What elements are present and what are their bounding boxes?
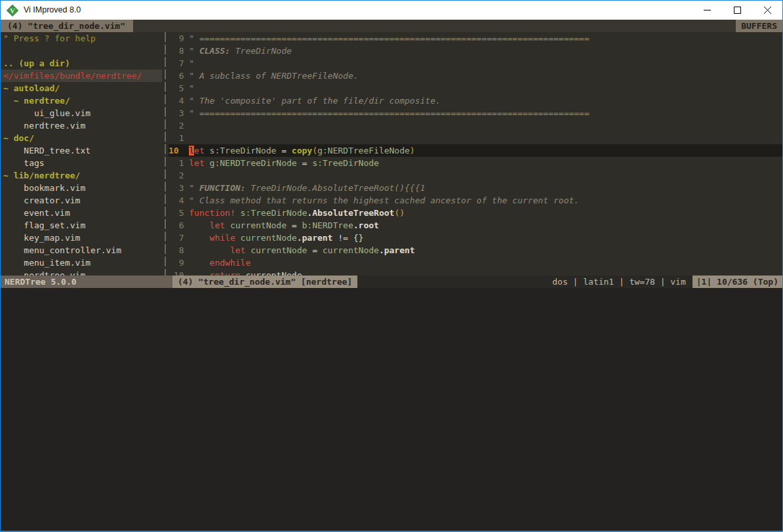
- tree-file-item[interactable]: menu_item.vim: [1, 256, 162, 269]
- vim-window: V Vi IMproved 8.0 (4) "tree_dir_node.vim…: [0, 0, 783, 532]
- tree-file-item[interactable]: flag_set.vim: [1, 219, 162, 232]
- code-text: " The 'composite' part of the file/dir c…: [189, 94, 441, 107]
- code-line[interactable]: 9 endwhile: [169, 256, 782, 269]
- line-number: 4: [169, 194, 184, 207]
- tree-file-item[interactable]: NERD_tree.txt: [1, 144, 162, 157]
- tree-root-path[interactable]: </vimfiles/bundle/nerdtree/: [1, 70, 162, 82]
- code-text: function! s:TreeDirNode.AbsoluteTreeRoot…: [189, 207, 405, 219]
- window-title: Vi IMproved 8.0: [24, 1, 81, 20]
- line-number: 3: [169, 182, 184, 194]
- code-text: " A subclass of NERDTreeFileNode.: [189, 70, 358, 82]
- code-text: " CLASS: TreeDirNode: [189, 45, 292, 57]
- file-badge: (4) "tree_dir_node.vim" [nerdtree]: [172, 276, 357, 288]
- code-text: " ======================================…: [189, 107, 589, 119]
- line-number: 1: [169, 157, 184, 169]
- line-number: 7: [169, 57, 184, 70]
- code-text: " FUNCTION: TreeDirNode.AbsoluteTreeRoot…: [189, 182, 425, 194]
- code-text: let g:NERDTreeDirNode = s:TreeDirNode: [189, 157, 379, 169]
- tree-help-line: " Press ? for help: [1, 32, 162, 45]
- main-area: " Press ? for help .. (up a dir)</vimfil…: [1, 32, 782, 276]
- editor-panel[interactable]: 9" =====================================…: [169, 32, 782, 276]
- line-number: 6: [169, 219, 184, 232]
- maximize-button[interactable]: [722, 1, 752, 20]
- tab-tree-dir-node[interactable]: (4) "tree_dir_node.vim": [1, 20, 133, 32]
- separator-bar: [165, 32, 166, 276]
- code-text: let currentNode = currentNode.parent: [189, 244, 414, 256]
- tabline-fill: [133, 20, 736, 32]
- code-text: let currentNode = b:NERDTree.root: [189, 219, 379, 232]
- titlebar: V Vi IMproved 8.0: [1, 1, 782, 20]
- line-number: 4: [169, 94, 184, 107]
- code-line[interactable]: 2: [169, 119, 782, 132]
- line-number: 7: [169, 232, 184, 244]
- status-right-info: dos | latin1 | tw=78 | vim: [552, 276, 693, 288]
- command-line[interactable]: [1, 288, 782, 531]
- tree-up-item[interactable]: .. (up a dir): [1, 57, 162, 70]
- window-controls: [692, 1, 782, 20]
- code-line[interactable]: 8" CLASS: TreeDirNode: [169, 45, 782, 57]
- tree-file-item[interactable]: bookmark.vim: [1, 182, 162, 194]
- cursor-block: l: [189, 146, 194, 155]
- code-line[interactable]: 6 let currentNode = b:NERDTree.root: [169, 219, 782, 232]
- position-badge: |1| 10/636 (Top): [693, 276, 782, 288]
- code-line[interactable]: 4" The 'composite' part of the file/dir …: [169, 94, 782, 107]
- tree-file-item[interactable]: creator.vim: [1, 194, 162, 207]
- code-line[interactable]: 4" Class method that returns the highest…: [169, 194, 782, 207]
- status-row: NERDTree 5.0.0 (4) "tree_dir_node.vim" […: [1, 276, 782, 288]
- line-number: 9: [169, 32, 184, 45]
- line-number: 10: [169, 269, 184, 276]
- code-line[interactable]: 9" =====================================…: [169, 32, 782, 45]
- window-separator[interactable]: [162, 32, 169, 276]
- line-number: 5: [169, 207, 184, 219]
- code-line[interactable]: 5": [169, 82, 782, 94]
- line-number: 6: [169, 70, 184, 82]
- code-text: ": [189, 82, 194, 94]
- svg-text:V: V: [10, 7, 15, 14]
- code-line[interactable]: 7 while currentNode.parent != {}: [169, 232, 782, 244]
- tree-file-item[interactable]: tags: [1, 157, 162, 169]
- buffers-label: BUFFERS: [736, 20, 782, 32]
- code-line[interactable]: 3" =====================================…: [169, 107, 782, 119]
- code-text: let s:TreeDirNode = copy(g:NERDTreeFileN…: [189, 144, 414, 157]
- line-number: 10: [169, 144, 184, 157]
- code-line[interactable]: 10 return currentNode: [169, 269, 782, 276]
- line-number: 9: [169, 256, 184, 269]
- vim-app-icon: V: [7, 5, 18, 16]
- tree-file-item[interactable]: nerdtree.vim: [1, 119, 162, 132]
- minimize-button[interactable]: [692, 1, 722, 20]
- code-line[interactable]: 1: [169, 132, 782, 144]
- code-text: ": [189, 57, 194, 70]
- tree-dir-item[interactable]: ~ lib/nerdtree/: [1, 169, 162, 182]
- code-text: " Class method that returns the highest …: [189, 194, 579, 207]
- tree-dir-item[interactable]: ~ autoload/: [1, 82, 162, 94]
- code-text: " ======================================…: [189, 32, 589, 45]
- line-number: 5: [169, 82, 184, 94]
- close-button[interactable]: [752, 1, 782, 20]
- line-number: 8: [169, 244, 184, 256]
- line-number: 2: [169, 169, 184, 182]
- editor-statusline: (4) "tree_dir_node.vim" [nerdtree] dos |…: [172, 276, 782, 288]
- code-line[interactable]: 7": [169, 57, 782, 70]
- tree-dir-item[interactable]: ~ nerdtree/: [1, 94, 162, 107]
- code-text: endwhile: [189, 256, 251, 269]
- code-line[interactable]: 3" FUNCTION: TreeDirNode.AbsoluteTreeRoo…: [169, 182, 782, 194]
- code-line[interactable]: 2: [169, 169, 782, 182]
- code-line-current[interactable]: 10let s:TreeDirNode = copy(g:NERDTreeFil…: [169, 144, 782, 157]
- tree-dir-item[interactable]: ~ doc/: [1, 132, 162, 144]
- tree-file-item[interactable]: menu_controller.vim: [1, 244, 162, 256]
- tree-file-item[interactable]: key_map.vim: [1, 232, 162, 244]
- code-line[interactable]: 8 let currentNode = currentNode.parent: [169, 244, 782, 256]
- line-number: 2: [169, 119, 184, 132]
- tree-file-item[interactable]: nerdtree.vim: [1, 269, 162, 276]
- code-line[interactable]: 6" A subclass of NERDTreeFileNode.: [169, 70, 782, 82]
- code-text: return currentNode: [189, 269, 302, 276]
- nerdtree-statusline: NERDTree 5.0.0: [1, 276, 172, 288]
- code-text: while currentNode.parent != {}: [189, 232, 363, 244]
- tree-file-item[interactable]: event.vim: [1, 207, 162, 219]
- tree-file-item[interactable]: ui_glue.vim: [1, 107, 162, 119]
- code-line[interactable]: 1let g:NERDTreeDirNode = s:TreeDirNode: [169, 157, 782, 169]
- line-number: 8: [169, 45, 184, 57]
- tree-blank-line: [1, 45, 162, 57]
- nerdtree-panel: " Press ? for help .. (up a dir)</vimfil…: [1, 32, 162, 276]
- code-line[interactable]: 5function! s:TreeDirNode.AbsoluteTreeRoo…: [169, 207, 782, 219]
